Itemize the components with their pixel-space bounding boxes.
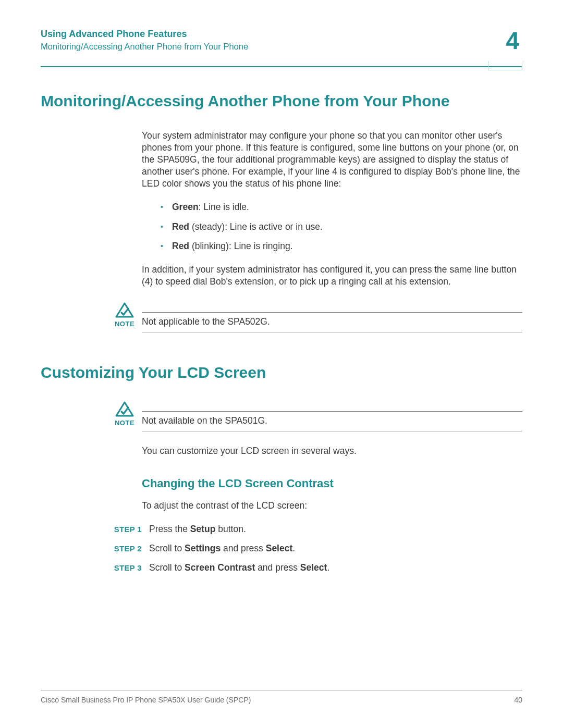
note-rule-bottom xyxy=(142,431,522,431)
step-text: Scroll to Settings and press Select. xyxy=(149,542,522,554)
step-row: STEP 2 Scroll to Settings and press Sele… xyxy=(104,542,522,554)
header-chapter-title: Using Advanced Phone Features xyxy=(41,29,506,40)
footer-rule xyxy=(41,690,522,690)
subheading-contrast: Changing the LCD Screen Contrast xyxy=(142,477,522,490)
footer-page-number: 40 xyxy=(514,696,522,704)
page-header: Using Advanced Phone Features Monitoring… xyxy=(41,29,522,53)
header-section-title: Monitoring/Accessing Another Phone from … xyxy=(41,42,506,52)
note-icon xyxy=(114,302,136,319)
section2-subpara: To adjust the contrast of the LCD screen… xyxy=(142,500,522,512)
section1-intro: Your system administrator may configure … xyxy=(142,130,522,190)
list-item: Red (blinking): Line is ringing. xyxy=(161,240,522,252)
section1-para2: In addition, if your system administrato… xyxy=(142,264,522,288)
step-row: STEP 1 Press the Setup button. xyxy=(104,523,522,535)
step-row: STEP 3 Scroll to Screen Contrast and pre… xyxy=(104,562,522,574)
note-text: Not applicable to the SPA502G. xyxy=(142,316,522,328)
header-rule xyxy=(41,66,522,67)
step-label: STEP 3 xyxy=(104,563,149,573)
note-label: NOTE xyxy=(114,419,136,427)
footer-doc-title: Cisco Small Business Pro IP Phone SPA50X… xyxy=(41,696,251,704)
section-heading-customizing: Customizing Your LCD Screen xyxy=(41,364,522,381)
page-footer: Cisco Small Business Pro IP Phone SPA50X… xyxy=(41,690,522,704)
note-rule xyxy=(142,411,522,412)
note-icon xyxy=(114,401,136,418)
note-block: NOTE Not applicable to the SPA502G. xyxy=(114,302,522,328)
step-text: Press the Setup button. xyxy=(149,523,522,535)
chapter-number: 4 xyxy=(506,29,522,53)
section-heading-monitoring: Monitoring/Accessing Another Phone from … xyxy=(41,92,522,110)
list-item: Green: Line is idle. xyxy=(161,201,522,213)
step-text: Scroll to Screen Contrast and press Sele… xyxy=(149,562,522,574)
chapter-tab-decoration xyxy=(488,61,522,70)
led-status-list: Green: Line is idle. Red (steady): Line … xyxy=(142,201,522,252)
note-label: NOTE xyxy=(114,320,136,328)
note-rule-bottom xyxy=(142,332,522,332)
note-rule xyxy=(142,312,522,313)
step-label: STEP 2 xyxy=(104,544,149,554)
note-text: Not available on the SPA501G. xyxy=(142,415,522,427)
step-label: STEP 1 xyxy=(104,524,149,535)
list-item: Red (steady): Line is active or in use. xyxy=(161,221,522,233)
note-block: NOTE Not available on the SPA501G. xyxy=(114,401,522,427)
section2-para: You can customize your LCD screen in sev… xyxy=(142,445,522,457)
